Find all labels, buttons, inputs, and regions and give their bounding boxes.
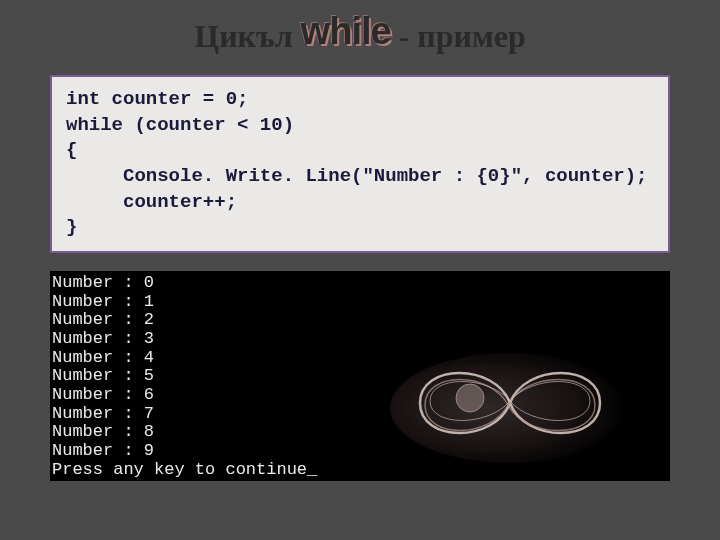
slide-title: Цикъл while - пример: [50, 10, 670, 55]
console-output-box: Number : 0 Number : 1 Number : 2 Number …: [50, 271, 670, 481]
console-text: Number : 0 Number : 1 Number : 2 Number …: [50, 271, 670, 480]
title-keyword: while: [301, 10, 391, 52]
code-content: int counter = 0; while (counter < 10) { …: [66, 87, 654, 241]
slide: Цикъл while - пример int counter = 0; wh…: [0, 0, 720, 540]
title-prefix: Цикъл: [194, 18, 300, 54]
code-example-box: int counter = 0; while (counter < 10) { …: [50, 75, 670, 253]
title-suffix: - пример: [391, 18, 526, 54]
